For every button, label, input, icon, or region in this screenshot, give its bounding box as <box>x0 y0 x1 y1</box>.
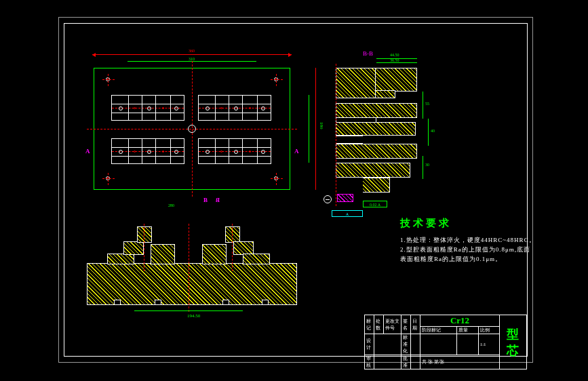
hatched-region <box>87 263 297 305</box>
centerline-v <box>189 224 189 312</box>
hatched-region <box>336 163 410 178</box>
hatched-region <box>375 90 395 98</box>
cavity-block <box>111 95 184 121</box>
hatched-region <box>363 178 390 193</box>
section-mark-a: A <box>294 148 299 155</box>
section-mark-b: B <box>203 197 208 203</box>
hatched-region <box>336 122 416 136</box>
dim-line <box>423 156 423 179</box>
tb-cell: 签名 <box>401 315 411 334</box>
section-mark-b: B <box>216 197 220 203</box>
insert-region <box>337 194 353 202</box>
dimension-text: 194.50 <box>187 313 200 319</box>
dim-line <box>134 310 243 311</box>
tb-cell <box>411 355 420 369</box>
tb-cell: 日期 <box>411 315 420 334</box>
tb-cell: 质量 <box>457 327 478 334</box>
cad-workspace[interactable]: 360 310 180 <box>0 0 588 381</box>
center-boss <box>188 125 196 133</box>
tb-cell: 审核 <box>365 355 374 369</box>
plan-view: 360 310 180 <box>87 54 297 197</box>
dim-line <box>428 119 429 146</box>
datum-target <box>324 195 332 203</box>
cavity-block <box>198 95 271 121</box>
tb-cell <box>457 334 478 355</box>
dimension-text: 36.50 <box>390 58 399 62</box>
tb-cell: 设计 <box>365 334 374 355</box>
cavity-block <box>111 138 184 164</box>
dim-line <box>309 95 309 163</box>
cavity-block <box>198 138 271 164</box>
tb-cell: 比例 <box>478 327 499 334</box>
dimension-text: 360 <box>189 49 195 53</box>
tb-cell: 批准 <box>401 355 411 369</box>
tech-line: 2.型腔表面粗糙度Ra的上限值为0.8μm,底面 <box>400 245 536 254</box>
geo-tolerance-box: 0.02 A <box>363 201 387 207</box>
section-bb-view: B-B 44.50 36.50 55 40 30 0.02 A A <box>322 54 437 224</box>
section-mark-a: A <box>85 148 90 155</box>
hatched-region <box>202 244 227 264</box>
gap-feature <box>336 136 363 144</box>
tb-cell: 标记 <box>365 315 374 334</box>
notch <box>262 300 269 305</box>
hatched-region <box>137 226 152 243</box>
corner-hole <box>106 176 110 180</box>
dim-line <box>315 68 316 190</box>
dim-line <box>92 54 292 55</box>
tb-cell <box>374 355 401 369</box>
hatched-region <box>336 103 417 118</box>
hatched-region <box>375 68 417 92</box>
title-block: 标记 处数 更改文件号 签名 日期 Cr12 型芯 阶段标记 质量 比例 设计 … <box>364 315 527 357</box>
hatched-region <box>233 241 254 255</box>
hatched-region <box>336 68 376 98</box>
centerline-v <box>232 224 233 271</box>
dimension-text: 55 <box>425 102 429 106</box>
tb-cell: 标准化 <box>401 334 411 355</box>
tb-part-name: 型芯 <box>500 315 527 369</box>
tb-material: Cr12 <box>420 315 500 327</box>
corner-hole <box>274 176 278 180</box>
section-label-bb: B-B <box>363 50 373 57</box>
hatched-region <box>123 241 144 255</box>
title-block-table: 标记 处数 更改文件号 签名 日期 Cr12 型芯 阶段标记 质量 比例 设计 … <box>364 315 527 369</box>
dimension-text: 30 <box>425 163 429 167</box>
hatched-region <box>243 254 270 264</box>
tb-cell: 处数 <box>374 315 384 334</box>
notch <box>155 300 161 305</box>
tb-cell <box>411 334 420 355</box>
tb-scale: 1:1 <box>478 334 499 355</box>
dim-line <box>376 62 417 63</box>
hatched-region <box>225 226 240 243</box>
notch <box>222 300 229 305</box>
dimension-text: 44.50 <box>390 53 399 57</box>
centerline-v <box>336 64 336 206</box>
tb-cell: 阶段标记 <box>420 327 457 334</box>
hatched-region <box>107 254 134 264</box>
tb-cell: 更改文件号 <box>384 315 401 334</box>
tech-line: 1.热处理：整体淬火，硬度44HRC~48HRC。 <box>400 235 536 245</box>
dimension-text: 40 <box>431 129 435 133</box>
datum-box: A <box>332 210 363 217</box>
hatched-region <box>336 144 417 159</box>
technical-requirements: 技术要求 1.热处理：整体淬火，硬度44HRC~48HRC。 2.型腔表面粗糙度… <box>400 217 536 264</box>
corner-hole <box>274 77 278 81</box>
tech-title: 技术要求 <box>400 217 536 230</box>
centerline-v <box>144 224 144 271</box>
section-aa-view: 194.50 <box>87 224 297 312</box>
notch <box>114 300 121 305</box>
tech-line: 表面粗糙度Ra的上限值为0.1μm。 <box>400 254 536 264</box>
tb-cell: 共 张 第 张 <box>420 355 500 369</box>
corner-hole <box>106 77 110 81</box>
hatched-region <box>151 244 175 264</box>
tb-cell <box>420 334 457 355</box>
tb-cell <box>374 334 401 355</box>
dim-line <box>423 92 423 119</box>
dimension-text: 280 <box>168 203 174 207</box>
